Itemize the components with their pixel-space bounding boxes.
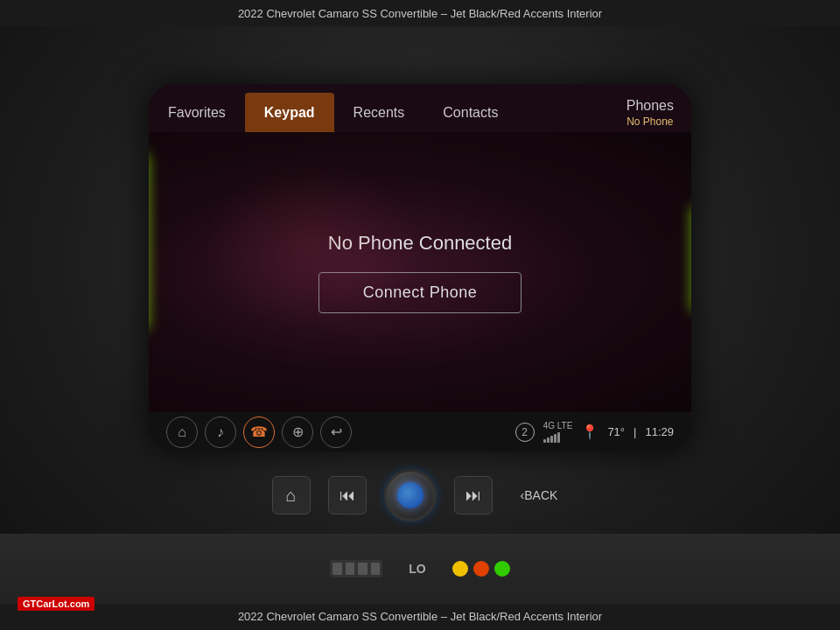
status-bar: ⌂ ♪ ☎ ⊕ ↩ 2 4G LTE — [149, 412, 691, 452]
dial-knob-inner — [397, 482, 424, 508]
temperature-display: 71° — [607, 425, 625, 438]
home-button[interactable]: ⌂ — [272, 476, 311, 514]
logo-text: GTCarLot.com — [18, 597, 94, 611]
phone-status-icon[interactable]: ☎ — [243, 416, 275, 448]
location-icon: 📍 — [581, 424, 598, 440]
gtcarlot-logo: GTCarLot.com — [18, 595, 94, 611]
signal-bar-3 — [550, 436, 553, 443]
signal-bar-4 — [554, 434, 556, 443]
back-button[interactable]: ‹BACK — [510, 481, 569, 509]
no-phone-connected-text: No Phone Connected — [328, 232, 512, 255]
nav-tabs: Favorites Keypad Recents Contacts Phones… — [149, 84, 691, 132]
signal-bar-1 — [543, 439, 546, 443]
vent-line — [371, 563, 381, 575]
vent-left — [330, 560, 382, 578]
lo-label: LO — [409, 562, 425, 576]
dot-yellow — [452, 561, 468, 577]
infotainment-screen: Favorites Keypad Recents Contacts Phones… — [149, 84, 691, 452]
signal-bars — [543, 430, 573, 443]
tab-recents[interactable]: Recents — [334, 93, 424, 132]
nav-status-icon[interactable]: ⊕ — [282, 416, 313, 448]
tab-keypad[interactable]: Keypad — [245, 93, 334, 132]
music-status-icon[interactable]: ♪ — [205, 416, 236, 448]
time-display: 11:29 — [645, 425, 674, 438]
status-icons: ⌂ ♪ ☎ ⊕ ↩ — [166, 416, 352, 448]
time-separator: | — [634, 425, 636, 438]
car-interior: Favorites Keypad Recents Contacts Phones… — [0, 26, 840, 604]
bottom-watermark: 2022 Chevrolet Camaro SS Convertible – J… — [0, 610, 840, 623]
dot-green — [494, 561, 510, 577]
bottom-strip: LO — [0, 534, 840, 604]
signal-bar-5 — [557, 432, 560, 443]
vent-line — [332, 563, 342, 575]
back-status-icon[interactable]: ↩ — [320, 416, 352, 448]
status-right-info: 2 4G LTE 📍 71° | — [515, 421, 674, 443]
signal-bar-2 — [547, 438, 550, 443]
prev-track-button[interactable]: ⏮ — [328, 476, 367, 514]
sim-indicator: 2 — [515, 423, 535, 442]
connect-phone-button[interactable]: Connect Phone — [318, 272, 522, 313]
lte-badge: 4G LTE — [543, 421, 573, 443]
tab-contacts[interactable]: Contacts — [424, 93, 517, 132]
top-watermark: 2022 Chevrolet Camaro SS Convertible – J… — [0, 7, 840, 20]
dial-knob[interactable] — [384, 469, 437, 522]
vent-line — [346, 563, 355, 575]
main-content-area: No Phone Connected Connect Phone — [149, 132, 691, 412]
tab-favorites[interactable]: Favorites — [149, 93, 245, 132]
physical-controls: ⌂ ⏮ ⏭ ‹BACK — [272, 462, 569, 528]
home-status-icon[interactable]: ⌂ — [166, 416, 198, 448]
tab-phones[interactable]: Phones No Phone — [609, 93, 691, 132]
color-dots — [452, 561, 510, 577]
screen-content: Favorites Keypad Recents Contacts Phones… — [149, 84, 691, 452]
vent-line — [358, 563, 368, 575]
no-phone-badge: No Phone — [626, 116, 673, 128]
next-track-button[interactable]: ⏭ — [454, 476, 493, 514]
dot-red — [473, 561, 489, 577]
